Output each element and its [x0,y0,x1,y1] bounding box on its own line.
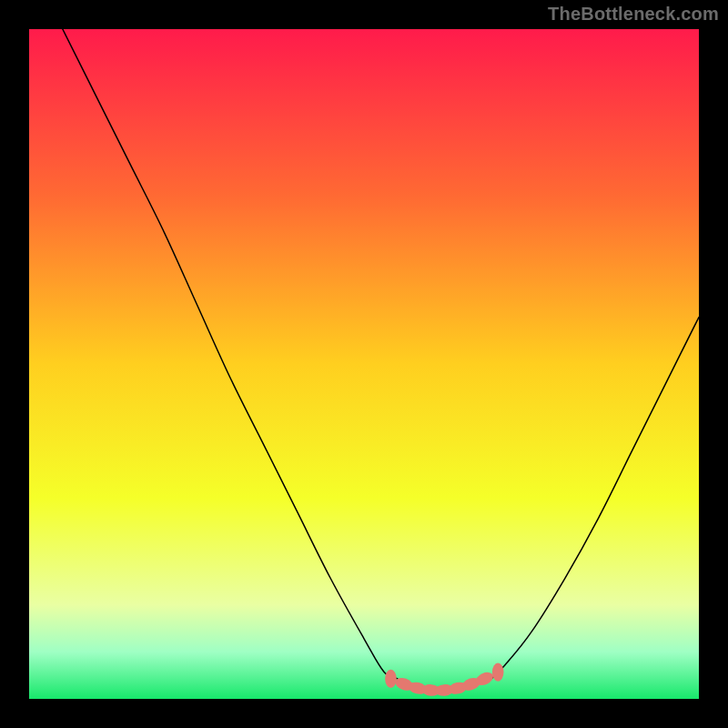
valley-dot [385,670,397,688]
valley-dot [492,662,504,681]
left-curve [63,29,398,679]
watermark-text: TheBottleneck.com [548,4,719,25]
right-curve [491,317,699,678]
chart-container: TheBottleneck.com [0,0,728,728]
plot-area [29,29,699,699]
chart-curves [29,29,699,699]
